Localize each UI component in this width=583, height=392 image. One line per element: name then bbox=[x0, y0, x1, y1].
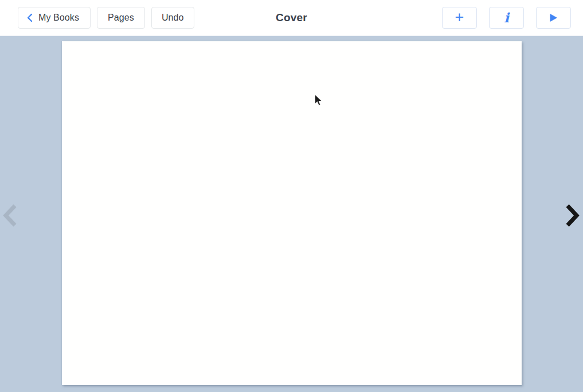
next-page-button[interactable] bbox=[564, 203, 581, 228]
play-button[interactable] bbox=[536, 7, 571, 29]
chevron-left-icon bbox=[2, 203, 17, 228]
info-icon: i bbox=[504, 11, 509, 24]
my-books-label: My Books bbox=[38, 13, 79, 23]
page-title: Cover bbox=[276, 11, 307, 24]
info-button[interactable]: i bbox=[489, 7, 524, 29]
cover-page[interactable] bbox=[62, 41, 522, 385]
previous-page-button bbox=[1, 203, 18, 228]
plus-icon: + bbox=[455, 10, 464, 25]
undo-label: Undo bbox=[162, 13, 184, 23]
undo-button[interactable]: Undo bbox=[151, 7, 194, 29]
toolbar-left-group: My Books Pages Undo bbox=[18, 7, 194, 29]
add-button[interactable]: + bbox=[442, 7, 477, 29]
chevron-left-icon bbox=[27, 13, 33, 22]
pages-button[interactable]: Pages bbox=[97, 7, 145, 29]
toolbar: My Books Pages Undo Cover + i bbox=[0, 0, 583, 36]
my-books-button[interactable]: My Books bbox=[18, 7, 91, 29]
pages-label: Pages bbox=[108, 13, 134, 23]
chevron-right-icon bbox=[565, 203, 580, 228]
toolbar-right-group: + i bbox=[442, 7, 571, 29]
editor-canvas bbox=[0, 36, 583, 392]
play-icon bbox=[549, 13, 558, 22]
